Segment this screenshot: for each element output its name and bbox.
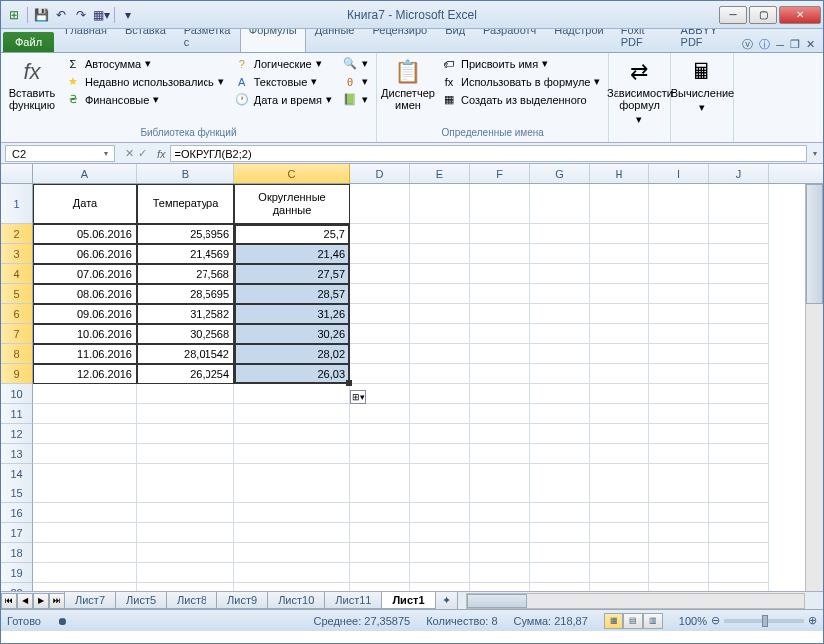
cell-B1[interactable]: Температура xyxy=(137,184,234,224)
cell-H10[interactable] xyxy=(590,384,649,404)
cell-D14[interactable] xyxy=(350,464,410,483)
datetime-button[interactable]: 🕐Дата и время ▾ xyxy=(230,91,336,108)
calculation-button[interactable]: 🖩 Вычисление ▾ xyxy=(675,55,729,118)
row-header-8[interactable]: 8 xyxy=(1,344,33,364)
cell-H3[interactable] xyxy=(590,244,649,264)
row-header-3[interactable]: 3 xyxy=(1,244,33,264)
cell-B11[interactable] xyxy=(137,404,234,424)
cell-J17[interactable] xyxy=(709,523,769,543)
cell-A18[interactable] xyxy=(33,543,137,563)
cell-E20[interactable] xyxy=(410,583,470,591)
view-page-break-button[interactable]: ▥ xyxy=(643,613,663,629)
cell-H7[interactable] xyxy=(590,324,649,344)
horizontal-scrollbar[interactable] xyxy=(466,593,805,609)
redo-icon[interactable]: ↷ xyxy=(72,6,90,24)
cell-C1[interactable]: Округленные данные xyxy=(234,184,350,224)
cell-I6[interactable] xyxy=(649,304,709,324)
cell-E12[interactable] xyxy=(410,424,470,444)
cell-C6[interactable]: 31,26 xyxy=(234,304,350,324)
row-header-19[interactable]: 19 xyxy=(1,563,33,583)
cell-I16[interactable] xyxy=(649,503,709,523)
row-header-10[interactable]: 10 xyxy=(1,384,33,404)
cell-C2[interactable]: 25,7 xyxy=(234,224,350,244)
file-tab[interactable]: Файл xyxy=(3,32,54,52)
cell-F4[interactable] xyxy=(470,264,530,284)
excel-icon[interactable]: ⊞ xyxy=(5,6,23,24)
cell-A13[interactable] xyxy=(33,444,137,464)
cell-D12[interactable] xyxy=(350,424,410,444)
cell-I13[interactable] xyxy=(649,444,709,464)
cell-F16[interactable] xyxy=(470,503,530,523)
cell-J10[interactable] xyxy=(709,384,769,404)
macro-record-icon[interactable]: ⏺ xyxy=(57,615,68,627)
cell-H2[interactable] xyxy=(590,224,649,244)
cell-A2[interactable]: 05.06.2016 xyxy=(33,224,137,244)
cell-E18[interactable] xyxy=(410,543,470,563)
cell-D11[interactable] xyxy=(350,404,410,424)
cell-B9[interactable]: 26,0254 xyxy=(137,364,234,384)
cell-J18[interactable] xyxy=(709,543,769,563)
column-header-B[interactable]: B xyxy=(137,164,234,183)
insert-function-button[interactable]: fx Вставить функцию xyxy=(5,55,59,115)
cell-H4[interactable] xyxy=(590,264,649,284)
cell-G20[interactable] xyxy=(530,583,590,591)
cell-G15[interactable] xyxy=(530,483,590,503)
cell-D5[interactable] xyxy=(350,284,410,304)
cell-I4[interactable] xyxy=(649,264,709,284)
cell-F9[interactable] xyxy=(470,364,530,384)
cell-I11[interactable] xyxy=(649,404,709,424)
sheet-nav-next[interactable]: ▶ xyxy=(33,593,49,609)
cell-G18[interactable] xyxy=(530,543,590,563)
math-trig-button[interactable]: θ▾ xyxy=(338,73,372,90)
cell-E2[interactable] xyxy=(410,224,470,244)
row-header-18[interactable]: 18 xyxy=(1,543,33,563)
cell-J15[interactable] xyxy=(709,483,769,503)
cell-G7[interactable] xyxy=(530,324,590,344)
cell-J9[interactable] xyxy=(709,364,769,384)
cell-J20[interactable] xyxy=(709,583,769,591)
cell-D19[interactable] xyxy=(350,563,410,583)
row-header-12[interactable]: 12 xyxy=(1,424,33,444)
cell-H6[interactable] xyxy=(590,304,649,324)
cell-A6[interactable]: 09.06.2016 xyxy=(33,304,137,324)
cell-H11[interactable] xyxy=(590,404,649,424)
cell-A9[interactable]: 12.06.2016 xyxy=(33,364,137,384)
cell-G17[interactable] xyxy=(530,523,590,543)
cell-F15[interactable] xyxy=(470,483,530,503)
cell-H20[interactable] xyxy=(590,583,649,591)
cell-C7[interactable]: 30,26 xyxy=(234,324,350,344)
cell-I1[interactable] xyxy=(649,184,709,224)
cell-G9[interactable] xyxy=(530,364,590,384)
cell-A15[interactable] xyxy=(33,483,137,503)
sheet-nav-prev[interactable]: ◀ xyxy=(17,593,33,609)
cell-F12[interactable] xyxy=(470,424,530,444)
cell-B4[interactable]: 27,568 xyxy=(137,264,234,284)
cell-D16[interactable] xyxy=(350,503,410,523)
row-header-1[interactable]: 1 xyxy=(1,184,33,224)
cell-J4[interactable] xyxy=(709,264,769,284)
row-header-14[interactable]: 14 xyxy=(1,464,33,483)
cell-C14[interactable] xyxy=(234,464,350,483)
sheet-tab-Лист5[interactable]: Лист5 xyxy=(115,592,167,609)
recently-used-button[interactable]: ★Недавно использовались ▾ xyxy=(61,73,228,90)
cell-H17[interactable] xyxy=(590,523,649,543)
cell-E15[interactable] xyxy=(410,483,470,503)
cell-A14[interactable] xyxy=(33,464,137,483)
sheet-tab-Лист8[interactable]: Лист8 xyxy=(166,592,217,609)
cell-F8[interactable] xyxy=(470,344,530,364)
cell-J11[interactable] xyxy=(709,404,769,424)
cell-C3[interactable]: 21,46 xyxy=(234,244,350,264)
cell-C4[interactable]: 27,57 xyxy=(234,264,350,284)
column-header-G[interactable]: G xyxy=(530,164,590,183)
cell-H13[interactable] xyxy=(590,444,649,464)
cell-H14[interactable] xyxy=(590,464,649,483)
cell-F3[interactable] xyxy=(470,244,530,264)
column-header-H[interactable]: H xyxy=(590,164,649,183)
cell-A20[interactable] xyxy=(33,583,137,591)
maximize-button[interactable]: ▢ xyxy=(749,6,777,24)
close-button[interactable]: ✕ xyxy=(779,6,821,24)
row-header-11[interactable]: 11 xyxy=(1,404,33,424)
row-header-20[interactable]: 20 xyxy=(1,583,33,591)
cell-A17[interactable] xyxy=(33,523,137,543)
cell-E3[interactable] xyxy=(410,244,470,264)
